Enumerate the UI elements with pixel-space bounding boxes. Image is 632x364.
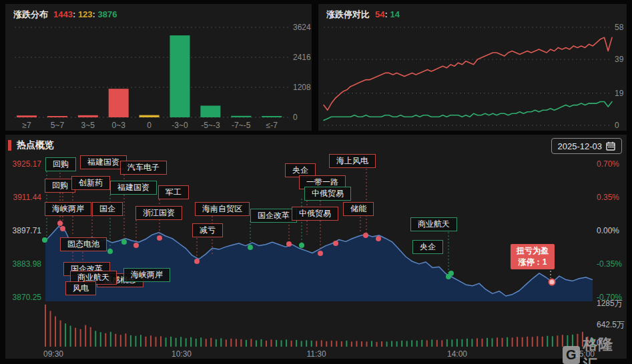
limit-compare-title: 涨跌停对比 xyxy=(326,9,370,21)
svg-text:0: 0 xyxy=(293,113,298,122)
svg-text:3911.44: 3911.44 xyxy=(13,193,42,202)
colon: : xyxy=(93,9,95,19)
svg-text:-0.35%: -0.35% xyxy=(597,259,622,269)
svg-text:39: 39 xyxy=(615,55,624,64)
event-label[interactable]: 福建国资 xyxy=(110,181,157,195)
panel-distribution: 涨跌分布 1443: 123: 3876 0120824163624≥75~73… xyxy=(5,4,312,131)
svg-text:-5~-3: -5~-3 xyxy=(201,121,220,130)
event-label[interactable]: 储能 xyxy=(343,202,374,216)
svg-text:2416: 2416 xyxy=(293,53,311,62)
hotspots-title: 热点概览 xyxy=(17,139,54,151)
svg-text:14:00: 14:00 xyxy=(447,349,467,359)
svg-text:09:30: 09:30 xyxy=(43,349,63,359)
svg-text:≤-7: ≤-7 xyxy=(266,121,278,130)
event-label[interactable]: 国企改革 xyxy=(250,209,297,223)
svg-text:11:30: 11:30 xyxy=(306,349,326,359)
event-label[interactable]: 创新药 xyxy=(71,176,110,190)
event-label[interactable]: 国企 xyxy=(92,202,123,216)
event-label[interactable]: 汽车电子 xyxy=(120,161,167,175)
panel-limit-compare: 涨跌停对比 54: 14 0193958 xyxy=(318,4,627,131)
panel-hotspots: 热点概览 2025-12-03 3925.173911.443897.71388… xyxy=(5,135,627,359)
market-dashboard: 涨跌分布 1443: 123: 3876 0120824163624≥75~73… xyxy=(0,0,632,364)
svg-text:0.70%: 0.70% xyxy=(597,159,619,169)
limit-compare-header: 涨跌停对比 54: 14 xyxy=(326,9,400,21)
event-label[interactable]: 海峡两岸 xyxy=(123,268,170,282)
colon: : xyxy=(73,9,75,19)
event-label[interactable]: 海南自贸区 xyxy=(195,202,250,216)
event-label[interactable]: 回购 xyxy=(45,157,76,171)
distribution-bar-chart[interactable]: 0120824163624≥75~73~50~30-3~0-5~-3-7~-5≤… xyxy=(5,4,312,131)
svg-text:≥7: ≥7 xyxy=(22,121,31,130)
up-count: 1443 xyxy=(53,9,73,19)
event-label[interactable]: 风电 xyxy=(65,281,96,295)
calendar-icon xyxy=(606,141,615,151)
svg-text:3897.71: 3897.71 xyxy=(13,226,42,235)
date-value: 2025-12-03 xyxy=(558,141,603,151)
svg-text:10:30: 10:30 xyxy=(172,349,192,359)
svg-text:1208: 1208 xyxy=(293,83,311,92)
svg-text:3~5: 3~5 xyxy=(81,121,95,130)
svg-text:0~3: 0~3 xyxy=(112,121,126,130)
gelonghui-logo-icon: G xyxy=(563,346,580,364)
svg-text:0: 0 xyxy=(147,121,151,130)
title-accent-bar xyxy=(8,140,11,151)
watermark-text: 格隆汇 xyxy=(583,335,627,364)
event-label[interactable]: 军工 xyxy=(158,185,189,199)
event-label[interactable]: 中俄贸易 xyxy=(292,207,338,221)
event-label[interactable]: 海上风电 xyxy=(329,154,376,168)
colon: : xyxy=(384,9,387,19)
tooltip-line2: 涨停：1 xyxy=(517,257,549,268)
event-tooltip[interactable]: 扭亏为盈 涨停：1 xyxy=(511,244,555,269)
down-count: 3876 xyxy=(98,9,117,19)
event-label[interactable]: 央企 xyxy=(412,240,443,254)
distribution-title: 涨跌分布 xyxy=(13,9,48,21)
event-label[interactable]: 减亏 xyxy=(192,223,223,237)
flat-count: 123 xyxy=(78,9,93,19)
gelonghui-watermark: G 格隆汇 xyxy=(563,335,627,364)
event-label[interactable]: 固态电池 xyxy=(60,237,107,251)
event-label[interactable]: 浙江国资 xyxy=(135,206,182,220)
event-label[interactable]: 中俄贸易 xyxy=(304,187,351,201)
svg-text:642.5万: 642.5万 xyxy=(597,320,625,329)
event-label[interactable]: 商业航天 xyxy=(410,217,457,231)
svg-text:-3~0: -3~0 xyxy=(172,121,188,130)
svg-text:1285万: 1285万 xyxy=(597,299,623,308)
date-picker[interactable]: 2025-12-03 xyxy=(551,138,623,154)
limit-up-count: 54 xyxy=(375,9,384,19)
svg-text:3883.98: 3883.98 xyxy=(13,259,42,269)
svg-text:0.00%: 0.00% xyxy=(597,226,619,235)
svg-text:0: 0 xyxy=(615,121,619,130)
tooltip-line1: 扭亏为盈 xyxy=(517,245,549,257)
limit-down-count: 14 xyxy=(390,9,399,19)
distribution-header: 涨跌分布 1443: 123: 3876 xyxy=(13,9,117,21)
svg-text:3624: 3624 xyxy=(293,23,311,32)
svg-text:0.35%: 0.35% xyxy=(597,193,619,202)
svg-text:19: 19 xyxy=(615,89,624,98)
limit-compare-line-chart[interactable]: 0193958 xyxy=(318,4,627,131)
svg-text:3925.17: 3925.17 xyxy=(13,159,42,169)
event-label[interactable]: 海峡两岸 xyxy=(45,202,91,216)
svg-text:3870.25: 3870.25 xyxy=(13,293,42,302)
svg-text:-7~-5: -7~-5 xyxy=(232,121,251,130)
svg-text:58: 58 xyxy=(615,23,624,32)
svg-text:5~7: 5~7 xyxy=(51,121,65,130)
